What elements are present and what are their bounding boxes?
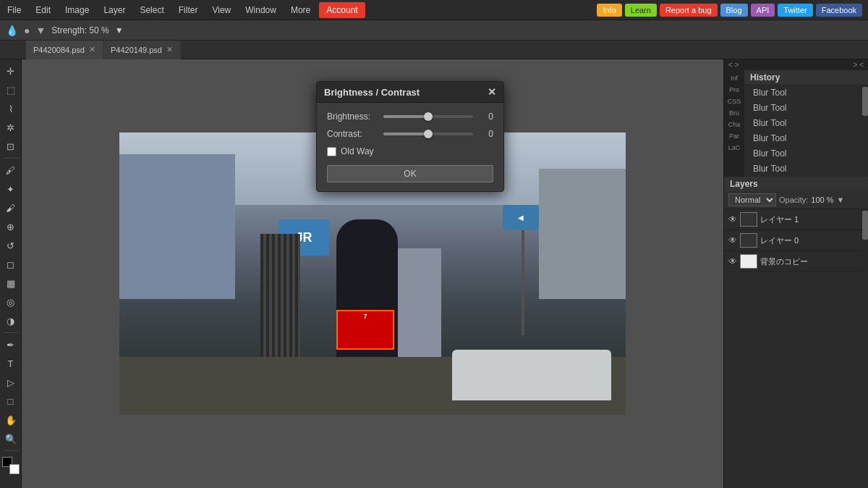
brightness-slider[interactable] — [383, 115, 473, 118]
blog-button[interactable]: Blog — [720, 4, 748, 17]
contrast-thumb[interactable] — [424, 130, 433, 138]
brush-tool[interactable]: 🖌 — [2, 199, 20, 216]
eyedropper-tool[interactable]: 🖋 — [2, 161, 20, 179]
sign-text: 7 — [338, 311, 393, 320]
history-with-scroll: Blur Tool Blur Tool Blur Tool Blur Tool … — [744, 85, 868, 177]
history-brush-tool[interactable]: ↺ — [2, 237, 20, 254]
tab-2[interactable]: P4420149.psd ✕ — [103, 41, 181, 59]
dialog-close-button[interactable]: ✕ — [488, 86, 496, 98]
tab-2-close[interactable]: ✕ — [166, 45, 173, 54]
layers-scroll-thumb[interactable] — [862, 211, 868, 240]
sidenav-par[interactable]: Par — [728, 131, 741, 141]
menu-edit[interactable]: Edit — [28, 2, 58, 18]
history-item-2[interactable]: Blur Tool — [744, 101, 862, 116]
history-content: Blur Tool Blur Tool Blur Tool Blur Tool … — [744, 85, 862, 177]
path-select-tool[interactable]: ▷ — [2, 374, 20, 391]
history-scrollbar[interactable] — [862, 85, 868, 177]
side-nav: Inf Pro CSS Bru Cha Par LaC — [724, 70, 744, 177]
move-tool[interactable]: ✛ — [2, 62, 20, 80]
layer-item-2[interactable]: 👁 レイヤー 0 — [724, 230, 862, 251]
panel-nav-left[interactable]: < > — [728, 61, 739, 69]
dialog-ok-button[interactable]: OK — [327, 165, 493, 182]
menu-view[interactable]: View — [205, 2, 238, 18]
menu-layer[interactable]: Layer — [96, 2, 132, 18]
twitter-button[interactable]: Twitter — [778, 4, 812, 17]
lasso-tool[interactable]: ⌇ — [2, 100, 20, 117]
blur-tool-icon: 💧 — [6, 25, 18, 36]
pen-tool[interactable]: ✒ — [2, 336, 20, 353]
car — [452, 350, 611, 400]
gradient-tool[interactable]: ▦ — [2, 274, 20, 292]
shape-tool[interactable]: □ — [2, 392, 20, 410]
eraser-tool[interactable]: ◻ — [2, 256, 20, 273]
report-bug-button[interactable]: Report a bug — [660, 4, 718, 17]
menu-select[interactable]: Select — [132, 2, 171, 18]
sidenav-css[interactable]: CSS — [726, 96, 743, 106]
direction-sign: ◀ — [503, 205, 539, 230]
dialog-body: Brightness: 0 Contrast: — [317, 103, 503, 191]
layer-item-1[interactable]: 👁 レイヤー 1 — [724, 209, 862, 230]
sidenav-cha[interactable]: Cha — [727, 119, 742, 130]
tabs-bar: P4420084.psd ✕ P4420149.psd ✕ — [0, 41, 868, 59]
sidenav-bru[interactable]: Bru — [728, 108, 741, 118]
panel-nav-right[interactable]: > < — [854, 61, 864, 69]
menu-file[interactable]: File — [0, 2, 28, 18]
history-item-6[interactable]: Blur Tool — [744, 161, 862, 177]
contrast-fill — [383, 132, 428, 135]
sidenav-inf[interactable]: Inf — [729, 73, 739, 83]
quick-select-tool[interactable]: ✲ — [2, 119, 20, 136]
brightness-value: 0 — [479, 112, 493, 122]
api-button[interactable]: API — [751, 4, 775, 17]
strength-dropdown[interactable]: ▼ — [115, 25, 124, 35]
learn-button[interactable]: Learn — [625, 4, 657, 17]
zoom-tool[interactable]: 🔍 — [2, 430, 20, 447]
layer-1-visibility[interactable]: 👁 — [728, 214, 737, 224]
opacity-label: Opacity: — [779, 195, 808, 204]
brightness-thumb[interactable] — [424, 112, 433, 121]
history-item-4[interactable]: Blur Tool — [744, 131, 862, 146]
hand-tool[interactable]: ✋ — [2, 411, 20, 429]
brush-dropdown-icon[interactable]: ▼ — [35, 25, 46, 36]
blend-mode-select[interactable]: Normal — [728, 193, 776, 206]
menu-filter[interactable]: Filter — [171, 2, 205, 18]
text-tool[interactable]: T — [2, 355, 20, 372]
sidenav-lac[interactable]: LaC — [727, 143, 742, 153]
layer-2-visibility[interactable]: 👁 — [728, 235, 737, 245]
clone-tool[interactable]: ⊕ — [2, 218, 20, 235]
layer-item-3[interactable]: 👁 背景のコピー — [724, 251, 862, 272]
tab-1[interactable]: P4420084.psd ✕ — [26, 41, 103, 59]
sidenav-pro[interactable]: Pro — [728, 85, 741, 95]
history-item-1[interactable]: Blur Tool — [744, 85, 862, 101]
crop-tool[interactable]: ⊡ — [2, 138, 20, 155]
tab-1-close[interactable]: ✕ — [89, 45, 95, 54]
old-way-row: Old Way — [327, 146, 493, 156]
menu-image[interactable]: Image — [58, 2, 96, 18]
brightness-slider-wrap — [383, 115, 473, 118]
background-color[interactable] — [9, 464, 20, 474]
info-button[interactable]: Info — [597, 4, 621, 17]
color-swatches[interactable] — [2, 457, 20, 474]
menu-window[interactable]: Window — [238, 2, 284, 18]
layer-1-thumb — [740, 212, 757, 227]
panel-topbar: < > > < — [724, 59, 868, 70]
facebook-button[interactable]: Facebook — [816, 4, 862, 17]
select-tool[interactable]: ⬚ — [2, 81, 20, 98]
main-area: ✛ ⬚ ⌇ ✲ ⊡ 🖋 ✦ 🖌 ⊕ ↺ ◻ ▦ ◎ ◑ ✒ T ▷ □ ✋ 🔍 — [0, 59, 868, 488]
history-item-3[interactable]: Blur Tool — [744, 116, 862, 131]
canvas-area: JR ◀ 7 Brightness / Contras — [22, 59, 723, 488]
menu-account[interactable]: Account — [319, 2, 365, 18]
layer-3-visibility[interactable]: 👁 — [728, 256, 737, 266]
opacity-dropdown[interactable]: ▼ — [837, 195, 845, 204]
dodge-tool[interactable]: ◑ — [2, 312, 20, 329]
history-scroll-thumb[interactable] — [862, 87, 868, 116]
menu-more[interactable]: More — [284, 2, 318, 18]
old-way-checkbox[interactable] — [327, 147, 336, 156]
layers-controls: Normal Opacity: 100 % ▼ — [724, 191, 868, 209]
layers-section: Layers Normal Opacity: 100 % ▼ 👁 レイヤー 1 … — [724, 177, 868, 488]
spot-heal-tool[interactable]: ✦ — [2, 180, 20, 198]
history-item-5[interactable]: Blur Tool — [744, 146, 862, 161]
blur-tool[interactable]: ◎ — [2, 293, 20, 311]
contrast-slider[interactable] — [383, 132, 473, 135]
layers-scrollbar[interactable] — [862, 209, 868, 272]
contrast-slider-wrap — [383, 132, 473, 135]
